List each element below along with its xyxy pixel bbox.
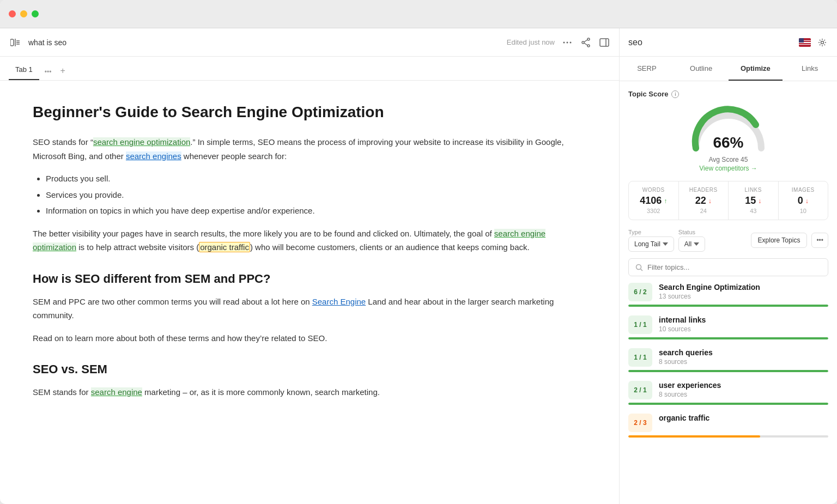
tab-add-button[interactable]: + <box>57 62 68 80</box>
sidebar-toggle-button[interactable] <box>9 36 22 49</box>
traffic-lights <box>9 10 39 17</box>
bullet-3: Information on topics in which you have … <box>46 204 586 218</box>
close-button[interactable] <box>9 10 16 17</box>
filters-type-status-row: Type Long Tail Status All Explore T <box>628 229 828 252</box>
topic-bar-user-experiences <box>628 403 828 405</box>
doc-toolbar: what is seo Edited just now <box>0 28 619 57</box>
tab-optimize[interactable]: Optimize <box>729 57 783 81</box>
right-content: Topic Score i 66% <box>620 81 837 504</box>
doc-paragraph-3: SEM and PPC are two other common terms y… <box>33 295 586 323</box>
topic-item-user-experiences: 2 / 1 user experiences 8 sources <box>628 381 828 405</box>
view-competitors-link[interactable]: View competitors → <box>699 165 757 172</box>
status-dropdown[interactable]: All <box>678 236 705 252</box>
stat-headers-value: 22 ↓ <box>683 195 724 207</box>
topic-name-seo: Search Engine Optimization <box>659 283 828 292</box>
right-toolbar: seo <box>620 28 837 57</box>
type-dropdown[interactable]: Long Tail <box>628 236 674 252</box>
tab-1[interactable]: Tab 1 <box>9 61 39 80</box>
tab-serp[interactable]: SERP <box>620 57 674 81</box>
stat-words-label: WORDS <box>633 187 674 193</box>
avg-score-label: Avg Score 45 <box>709 156 748 163</box>
svg-line-17 <box>641 269 643 271</box>
minimize-button[interactable] <box>20 10 27 17</box>
app-window: what is seo Edited just now <box>0 0 837 504</box>
svg-point-9 <box>582 41 584 44</box>
search-query-label: seo <box>628 38 792 47</box>
topic-badge-seo: 6 / 2 <box>628 283 652 301</box>
svg-rect-13 <box>600 39 609 46</box>
tab-links[interactable]: Links <box>783 57 837 81</box>
app-body: what is seo Edited just now <box>0 28 837 504</box>
bullet-2: Services you provide. <box>46 188 586 202</box>
doc-paragraph-2: The better visibility your pages have in… <box>33 227 586 254</box>
tab-1-label: Tab 1 <box>15 65 33 74</box>
tab-outline-label: Outline <box>690 64 712 72</box>
doc-heading-1: Beginner's Guide to Search Engine Optimi… <box>33 102 586 122</box>
p1-highlight-seo: search engine optimization <box>93 137 190 147</box>
filter-topics-input[interactable] <box>647 263 821 271</box>
tab-more-button[interactable]: ••• <box>41 64 55 80</box>
svg-point-5 <box>563 41 565 43</box>
status-dropdown-value: All <box>684 240 692 248</box>
settings-button[interactable] <box>816 37 828 48</box>
topic-bar-internal-links <box>628 337 828 339</box>
topic-bar-fill-user-experiences <box>628 403 828 405</box>
topic-item-internal-links-header: 1 / 1 internal links 10 sources <box>628 315 828 334</box>
words-arrow-up-icon: ↑ <box>664 197 667 205</box>
status-filter-label: Status <box>678 229 705 235</box>
topics-more-button[interactable]: ••• <box>811 233 828 248</box>
topic-info-internal-links: internal links 10 sources <box>659 315 828 333</box>
topic-badge-search-queries: 1 / 1 <box>628 348 652 367</box>
topic-bar-seo <box>628 305 828 307</box>
tab-outline[interactable]: Outline <box>674 57 729 81</box>
p2-after: is to help attract website visitors ( <box>78 242 199 252</box>
topic-badge-internal-links: 1 / 1 <box>628 315 652 334</box>
stat-words-sub: 3302 <box>633 208 674 214</box>
topic-item-organic-traffic: 2 / 3 organic traffic <box>628 414 828 438</box>
topic-name-search-queries: search queries <box>659 348 828 357</box>
p5-text-before: SEM stands for <box>33 387 91 397</box>
maximize-button[interactable] <box>32 10 39 17</box>
doc-heading-3: SEO vs. SEM <box>33 362 586 377</box>
topic-item-search-queries: 1 / 1 search queries 8 sources <box>628 348 828 372</box>
topic-name-internal-links: internal links <box>659 315 828 324</box>
p3-link[interactable]: Search Engine <box>312 297 366 306</box>
right-panel: seo SERP Outline <box>619 28 837 504</box>
svg-line-12 <box>584 43 587 45</box>
doc-paragraph-4: Read on to learn more about both of thes… <box>33 331 586 345</box>
type-filter-label: Type <box>628 229 674 235</box>
topic-score-label: Topic Score <box>628 90 668 98</box>
p5-highlight-engine: search engine <box>91 387 142 397</box>
panel-toggle-button[interactable] <box>598 37 610 48</box>
topic-bar-fill-organic-traffic <box>628 435 760 438</box>
topic-score-info-icon[interactable]: i <box>671 90 679 98</box>
explore-topics-button[interactable]: Explore Topics <box>751 233 808 248</box>
tab-serp-label: SERP <box>637 64 656 72</box>
filter-topics-row <box>628 258 828 276</box>
tab-optimize-label: Optimize <box>741 64 771 72</box>
stat-images-sub: 10 <box>783 208 824 214</box>
doc-title: what is seo <box>28 38 66 47</box>
more-options-button[interactable] <box>561 37 573 48</box>
stat-links-value: 15 ↓ <box>733 195 774 207</box>
score-gauge-container: 66% Avg Score 45 View competitors → <box>628 105 828 172</box>
stats-row: WORDS 4106 ↑ 3302 HEADERS 22 ↓ 24 <box>628 181 828 220</box>
svg-point-7 <box>570 41 572 43</box>
svg-point-10 <box>587 45 590 47</box>
view-competitors-text: View competitors → <box>699 165 757 172</box>
status-filter-group: Status All <box>678 229 705 252</box>
titlebar <box>0 0 837 28</box>
topic-bar-fill-internal-links <box>628 337 828 339</box>
p1-text-after2: whenever people search for: <box>181 151 287 161</box>
doc-toolbar-right: Edited just now <box>507 37 610 48</box>
topic-item-search-queries-header: 1 / 1 search queries 8 sources <box>628 348 828 367</box>
share-button[interactable] <box>580 37 592 48</box>
gauge-text: 66% <box>713 134 743 151</box>
topic-bar-organic-traffic <box>628 435 828 438</box>
language-flag-icon[interactable] <box>799 38 811 47</box>
stat-images-label: IMAGES <box>783 187 824 193</box>
type-chevron-down-icon <box>663 241 668 247</box>
type-dropdown-value: Long Tail <box>634 240 660 248</box>
stat-headers-label: HEADERS <box>683 187 724 193</box>
topic-score-title: Topic Score i <box>628 90 828 98</box>
